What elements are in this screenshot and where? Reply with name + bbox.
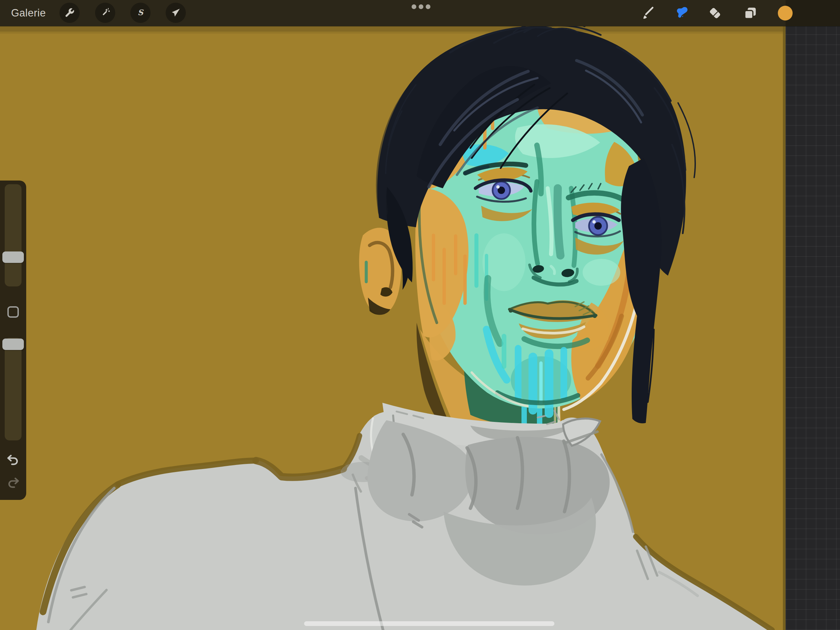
dot-icon	[418, 5, 423, 9]
pasteboard-grid	[786, 26, 840, 630]
gallery-button[interactable]: Galerie	[11, 0, 46, 26]
modify-button[interactable]	[7, 306, 19, 318]
erase-tool-button[interactable]	[707, 5, 723, 21]
actions-button[interactable]	[60, 3, 80, 23]
transform-arrow-icon	[171, 7, 181, 18]
smudge-tool-button[interactable]	[674, 5, 689, 21]
redo-icon	[6, 476, 21, 491]
redo-button[interactable]	[6, 476, 21, 491]
smudge-finger-icon	[674, 5, 689, 21]
undo-icon	[6, 453, 21, 468]
brush-sidebar	[0, 180, 26, 500]
eraser-icon	[707, 5, 723, 21]
opacity-slider[interactable]	[5, 338, 22, 440]
wrench-icon	[64, 7, 75, 18]
paint-tool-button[interactable]	[639, 5, 655, 21]
adjustments-button[interactable]	[95, 3, 115, 23]
opacity-slider-handle[interactable]	[2, 339, 24, 350]
dot-icon	[412, 5, 416, 9]
dot-icon	[426, 5, 430, 9]
procreate-app-window: Galerie S	[0, 0, 840, 630]
undo-button[interactable]	[6, 453, 21, 468]
brush-size-slider-handle[interactable]	[2, 252, 24, 263]
canvas-area[interactable]	[0, 26, 786, 630]
top-toolbar: Galerie S	[0, 0, 840, 26]
topbar-right-tint	[786, 0, 840, 26]
home-indicator[interactable]	[304, 621, 554, 626]
layers-icon	[742, 5, 758, 21]
canvas-artwork[interactable]	[0, 26, 786, 630]
layers-button[interactable]	[742, 5, 758, 21]
color-swatch-button[interactable]	[778, 6, 793, 21]
selection-s-icon: S	[135, 7, 146, 18]
canvas-options-dots[interactable]	[412, 5, 430, 9]
magic-wand-icon	[100, 7, 111, 18]
selection-button[interactable]: S	[130, 3, 150, 23]
svg-text:S: S	[138, 8, 144, 17]
brush-icon	[639, 5, 655, 21]
brush-size-slider[interactable]	[5, 184, 22, 287]
transform-button[interactable]	[166, 3, 186, 23]
